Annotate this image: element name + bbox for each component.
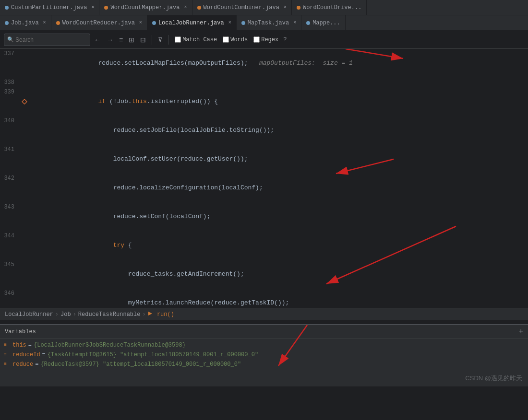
svg-marker-11 <box>148 312 152 315</box>
help-icon[interactable]: ? <box>283 36 287 43</box>
search-next-btn[interactable]: → <box>105 35 115 45</box>
var-name-this: this <box>12 340 26 350</box>
separator <box>0 320 528 324</box>
var-icon: ≡ <box>4 340 11 350</box>
var-icon-2: ≡ <box>4 350 11 360</box>
breakpoint-diamond <box>22 99 27 105</box>
tab-custom-partitioner[interactable]: CustomPartitioner.java × <box>0 0 99 15</box>
breadcrumb-sep-3: › <box>142 311 145 318</box>
tab-word-count-mapper[interactable]: WordCountMapper.java × <box>99 0 192 15</box>
watermark: CSDN @遇见的昨天 <box>465 374 522 383</box>
var-name-reduceid: reduceId <box>12 350 40 360</box>
svg-marker-0 <box>22 99 27 104</box>
code-line-337: 337 reduce.setLocalMapFiles(mapOutputFil… <box>0 49 528 78</box>
search-input-wrap[interactable]: 🔍 <box>4 34 90 46</box>
code-line-340: 340 reduce.setJobFile(localJobFile.toStr… <box>0 116 528 145</box>
search-input[interactable] <box>15 36 78 43</box>
var-value-this: {LocalJobRunner$Job$ReduceTaskRunnable@3… <box>34 340 186 350</box>
code-line-346: 346 myMetrics.launchReduce(reduce.getTas… <box>0 289 528 308</box>
breadcrumb-job[interactable]: Job <box>60 311 71 318</box>
tab-word-count-combiner[interactable]: WordCountCombiner.java × <box>192 0 292 15</box>
breadcrumb-sep-2: › <box>73 311 76 318</box>
tab-close[interactable]: × <box>43 20 46 25</box>
code-line-341: 341 localConf.setUser(reduce.getUser()); <box>0 145 528 174</box>
tab-dot <box>152 21 156 25</box>
tab-close[interactable]: × <box>184 5 187 10</box>
tab-dot <box>306 21 310 25</box>
tab-word-count-driver[interactable]: WordCountDrive... <box>292 0 367 15</box>
code-line-338: 338 <box>0 78 528 87</box>
var-eq-3: = <box>35 360 38 369</box>
search-btn-3[interactable]: ≡ <box>117 35 125 45</box>
code-line-343: 343 reduce.setConf(localConf); <box>0 202 528 231</box>
search-prev-btn[interactable]: ← <box>92 35 103 45</box>
code-line-342: 342 reduce.localizeConfiguration(localCo… <box>0 174 528 202</box>
match-case-checkbox[interactable] <box>175 36 181 43</box>
tab-dot <box>5 21 9 25</box>
filter-icon[interactable]: ⊽ <box>156 35 165 45</box>
tab-dot <box>241 21 245 25</box>
breadcrumb-reduce-task[interactable]: ReduceTaskRunnable <box>78 311 141 318</box>
tab-local-job-runner[interactable]: LocalJobRunner.java × <box>147 15 237 31</box>
panel-title: Variables <box>5 328 36 335</box>
breadcrumb-bar: LocalJobRunner › Job › ReduceTaskRunnabl… <box>0 308 528 320</box>
code-line-345: 345 reduce_tasks.getAndIncrement(); <box>0 260 528 289</box>
tab-map-task[interactable]: MapTask.java × <box>237 15 301 31</box>
regex-checkbox[interactable] <box>253 36 260 43</box>
breadcrumb-local-job-runner[interactable]: LocalJobRunner <box>5 311 53 318</box>
var-name-reduce: reduce <box>12 360 33 369</box>
panel-content: ≡ this = {LocalJobRunner$Job$ReduceTaskR… <box>0 338 528 371</box>
var-row-this: ≡ this = {LocalJobRunner$Job$ReduceTaskR… <box>4 340 524 350</box>
search-divider-2 <box>168 35 169 45</box>
tab-close[interactable]: × <box>139 20 142 25</box>
tab-word-count-reducer[interactable]: WordCountReducer.java × <box>51 15 147 31</box>
search-bar: 🔍 ← → ≡ ⊞ ⊟ ⊽ Match Case Words Regex ? <box>0 31 528 49</box>
tab-dot <box>56 21 60 25</box>
breadcrumb-run[interactable]: run() <box>148 311 174 318</box>
breadcrumb-sep-1: › <box>55 311 59 318</box>
code-line-344: 344 try { <box>0 231 528 260</box>
var-value-reduce: {ReduceTask@3597} "attempt_local18057014… <box>40 360 241 369</box>
search-icon: 🔍 <box>7 36 14 43</box>
tab-close[interactable]: × <box>284 5 287 10</box>
tab-dot <box>297 6 300 10</box>
tab-close[interactable]: × <box>293 20 296 25</box>
var-eq: = <box>28 340 32 350</box>
tab-mapper[interactable]: Mappe... <box>301 15 346 31</box>
code-area: 337 reduce.setLocalMapFiles(mapOutputFil… <box>0 49 528 308</box>
top-tab-bar: CustomPartitioner.java × WordCountMapper… <box>0 0 528 15</box>
var-icon-3: ≡ <box>4 360 11 369</box>
regex-option[interactable]: Regex <box>253 36 278 43</box>
variables-panel: Variables + ≡ this = {LocalJobRunner$Job… <box>0 324 528 386</box>
code-line-339: 339 if (!Job.this.isInterrupted()) { <box>0 87 528 116</box>
search-btn-4[interactable]: ⊞ <box>127 35 136 45</box>
var-row-reduceid: ≡ reduceId = {TaskAttemptID@3615} "attem… <box>4 350 524 360</box>
var-eq-2: = <box>42 350 46 360</box>
search-btn-5[interactable]: ⊟ <box>138 35 148 45</box>
expand-icon[interactable]: + <box>518 327 523 336</box>
tab-dot <box>104 6 108 10</box>
words-checkbox[interactable] <box>223 36 229 43</box>
var-value-reduceid: {TaskAttemptID@3615} "attempt_local18057… <box>48 350 258 360</box>
panel-header: Variables + <box>0 325 528 338</box>
tab-close[interactable]: × <box>91 5 94 10</box>
tab-dot <box>197 6 201 10</box>
var-row-reduce: ≡ reduce = {ReduceTask@3597} "attempt_lo… <box>4 360 524 369</box>
second-tab-bar: Job.java × WordCountReducer.java × Local… <box>0 15 528 31</box>
tab-close[interactable]: × <box>228 20 231 25</box>
run-icon <box>148 311 153 316</box>
search-divider <box>152 35 152 45</box>
match-case-option[interactable]: Match Case <box>175 36 217 43</box>
tab-job-java[interactable]: Job.java × <box>0 15 51 31</box>
words-option[interactable]: Words <box>223 36 248 43</box>
tab-dot <box>5 6 9 10</box>
